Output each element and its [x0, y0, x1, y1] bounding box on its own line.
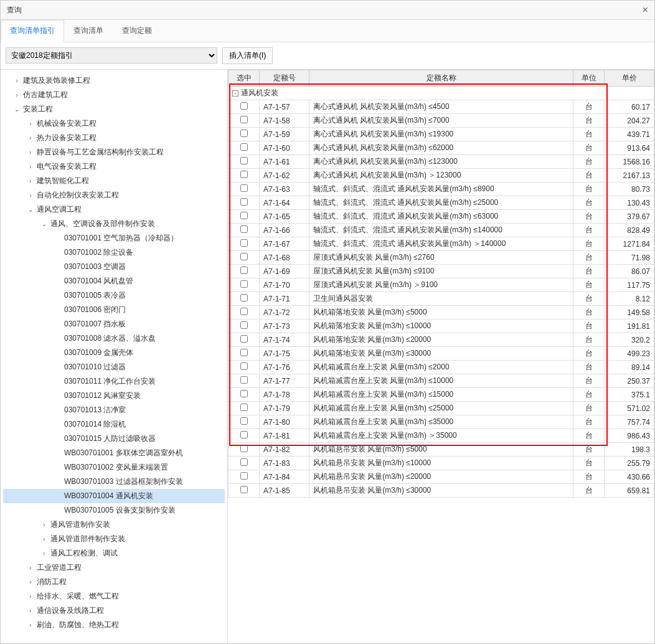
- chevron-right-icon[interactable]: ›: [27, 622, 34, 628]
- table-row[interactable]: A7-1-60离心式通风机 风机安装风量(m3/h) ≤62000台913.64: [229, 141, 654, 155]
- tree-item[interactable]: ⌄安装工程: [3, 102, 225, 116]
- chevron-right-icon[interactable]: ›: [40, 550, 48, 557]
- chevron-right-icon[interactable]: ›: [27, 135, 34, 141]
- tree-item[interactable]: 030701004 风机盘管: [3, 274, 225, 288]
- tab-0[interactable]: 查询清单指引: [1, 20, 64, 42]
- row-checkbox[interactable]: [240, 335, 248, 343]
- chevron-right-icon[interactable]: ›: [27, 178, 34, 184]
- tree-item[interactable]: 030701002 除尘设备: [3, 245, 225, 260]
- table-row[interactable]: A7-1-61离心式通风机 风机安装风量(m3/h) ≤123000台1568.…: [229, 155, 654, 169]
- row-checkbox[interactable]: [240, 239, 248, 247]
- table-row[interactable]: A7-1-70屋顶式通风机安装 风量(m3/h) ＞9100台117.75: [229, 278, 654, 292]
- table-group-row[interactable]: -通风机安装: [229, 87, 654, 100]
- table-row[interactable]: A7-1-73风机箱落地安装 风量(m3/h) ≤10000台191.81: [229, 320, 654, 333]
- table-row[interactable]: A7-1-77风机箱减震台座上安装 风量(m3/h) ≤10000台250.37: [229, 374, 654, 388]
- table-row[interactable]: A7-1-80风机箱减震台座上安装 风量(m3/h) ≤35000台757.74: [229, 415, 654, 429]
- row-checkbox[interactable]: [240, 417, 248, 425]
- chevron-down-icon[interactable]: ⌄: [40, 220, 48, 227]
- table-row[interactable]: A7-1-83风机箱悬吊安装 风量(m3/h) ≤10000台255.79: [229, 457, 654, 470]
- row-checkbox[interactable]: [240, 102, 248, 110]
- tree-item[interactable]: ›给排水、采暖、燃气工程: [3, 589, 225, 604]
- table-row[interactable]: A7-1-67轴流式、斜流式、混流式 通风机安装风量(m3/h) ＞140000…: [229, 237, 654, 251]
- tab-1[interactable]: 查询清单: [64, 20, 113, 42]
- row-checkbox[interactable]: [240, 362, 248, 370]
- row-checkbox[interactable]: [240, 184, 248, 192]
- insert-list-button[interactable]: 插入清单(I): [222, 47, 273, 64]
- table-row[interactable]: A7-1-75风机箱落地安装 风量(m3/h) ≤30000台499.23: [229, 347, 654, 361]
- tree-item[interactable]: ›通信设备及线路工程: [3, 604, 225, 618]
- tree-item[interactable]: WB030701001 多联体空调器室外机: [3, 446, 225, 460]
- tree-item[interactable]: ›仿古建筑工程: [3, 88, 225, 102]
- chevron-down-icon[interactable]: ⌄: [27, 206, 34, 213]
- row-checkbox[interactable]: [240, 472, 248, 480]
- table-row[interactable]: A7-1-79风机箱减震台座上安装 风量(m3/h) ≤25000台571.02: [229, 402, 654, 415]
- tree-item[interactable]: ›机械设备安装工程: [3, 116, 225, 131]
- tree-item[interactable]: ›工业管道工程: [3, 561, 225, 575]
- table-row[interactable]: A7-1-72风机箱落地安装 风量(m3/h) ≤5000台149.58: [229, 306, 654, 320]
- table-row[interactable]: A7-1-64轴流式、斜流式、混流式 通风机安装风量(m3/h) ≤25000台…: [229, 196, 654, 210]
- table-row[interactable]: A7-1-69屋顶式通风机安装 风量(m3/h) ≤9100台86.07: [229, 265, 654, 278]
- row-checkbox[interactable]: [240, 212, 248, 219]
- tree-item[interactable]: ⌄通风、空调设备及部件制作安装: [3, 217, 225, 231]
- chevron-right-icon[interactable]: ›: [27, 120, 34, 127]
- tree-item[interactable]: ›热力设备安装工程: [3, 131, 225, 145]
- tree-item[interactable]: 030701013 洁净室: [3, 403, 225, 417]
- table-row[interactable]: A7-1-59离心式通风机 风机安装风量(m3/h) ≤19300台439.71: [229, 128, 654, 141]
- row-checkbox[interactable]: [240, 280, 248, 288]
- chevron-right-icon[interactable]: ›: [13, 92, 21, 98]
- chevron-right-icon[interactable]: ›: [27, 192, 34, 199]
- tree-item[interactable]: WB030701002 变风量末端装置: [3, 460, 225, 475]
- tree-item[interactable]: 030701003 空调器: [3, 260, 225, 274]
- tree-item[interactable]: 030701007 挡水板: [3, 317, 225, 331]
- tree-item[interactable]: ›自动化控制仪表安装工程: [3, 188, 225, 202]
- row-checkbox[interactable]: [240, 225, 248, 233]
- tree-item[interactable]: 030701015 人防过滤吸收器: [3, 432, 225, 446]
- table-row[interactable]: A7-1-63轴流式、斜流式、混流式 通风机安装风量(m3/h) ≤8900台8…: [229, 182, 654, 196]
- close-icon[interactable]: ×: [643, 4, 648, 16]
- row-checkbox[interactable]: [240, 390, 248, 397]
- tree-item[interactable]: 030701009 金属壳体: [3, 346, 225, 360]
- row-checkbox[interactable]: [240, 321, 248, 329]
- tree-item[interactable]: 030701008 滤水器、溢水盘: [3, 331, 225, 346]
- tree-item[interactable]: 030701001 空气加热器（冷却器）: [3, 231, 225, 245]
- row-checkbox[interactable]: [240, 404, 248, 411]
- tree-item[interactable]: 030701006 密闭门: [3, 303, 225, 317]
- table-row[interactable]: A7-1-57离心式通风机 风机安装风量(m3/h) ≤4500台60.17: [229, 100, 654, 114]
- table-row[interactable]: A7-1-81风机箱减震台座上安装 风量(m3/h) ＞35000台986.43: [229, 429, 654, 443]
- chevron-down-icon[interactable]: ⌄: [13, 106, 21, 113]
- tree-item[interactable]: WB030701004 通风机安装: [3, 489, 225, 503]
- chevron-right-icon[interactable]: ›: [40, 521, 48, 528]
- chevron-right-icon[interactable]: ›: [27, 579, 34, 585]
- table-row[interactable]: A7-1-82风机箱悬吊安装 风量(m3/h) ≤5000台198.3: [229, 443, 654, 457]
- table-row[interactable]: A7-1-68屋顶式通风机安装 风量(m3/h) ≤2760台71.98: [229, 251, 654, 265]
- table-row[interactable]: A7-1-74风机箱落地安装 风量(m3/h) ≤20000台320.2: [229, 333, 654, 347]
- tab-2[interactable]: 查询定额: [113, 20, 161, 42]
- tree-item[interactable]: 030701012 风淋室安装: [3, 389, 225, 403]
- guide-select[interactable]: 安徽2018定额指引: [6, 47, 217, 64]
- row-checkbox[interactable]: [240, 486, 248, 493]
- chevron-right-icon[interactable]: ›: [27, 593, 34, 600]
- row-checkbox[interactable]: [240, 267, 248, 274]
- tree-item[interactable]: ›通风管道部件制作安装: [3, 532, 225, 546]
- tree-item[interactable]: ›刷油、防腐蚀、绝热工程: [3, 618, 225, 632]
- tree-item[interactable]: ›静置设备与工艺金属结构制作安装工程: [3, 145, 225, 159]
- row-checkbox[interactable]: [240, 157, 248, 164]
- table-row[interactable]: A7-1-78风机箱减震台座上安装 风量(m3/h) ≤15000台375.1: [229, 388, 654, 402]
- row-checkbox[interactable]: [240, 130, 248, 137]
- tree-item[interactable]: 030701014 除湿机: [3, 417, 225, 432]
- table-row[interactable]: A7-1-62离心式通风机 风机安装风量(m3/h) ＞123000台2167.…: [229, 169, 654, 182]
- tree-item[interactable]: ›电气设备安装工程: [3, 159, 225, 174]
- row-checkbox[interactable]: [240, 294, 248, 301]
- tree-item[interactable]: ⌄通风空调工程: [3, 202, 225, 217]
- guide-dropdown[interactable]: 安徽2018定额指引: [6, 47, 217, 64]
- tree-item[interactable]: 030701005 表冷器: [3, 288, 225, 303]
- table-row[interactable]: A7-1-58离心式通风机 风机安装风量(m3/h) ≤7000台204.27: [229, 114, 654, 128]
- row-checkbox[interactable]: [240, 376, 248, 384]
- tree-item[interactable]: ›通风工程检测、调试: [3, 546, 225, 561]
- tree-item[interactable]: ›建筑智能化工程: [3, 174, 225, 188]
- row-checkbox[interactable]: [240, 198, 248, 206]
- chevron-right-icon[interactable]: ›: [13, 77, 21, 84]
- row-checkbox[interactable]: [240, 349, 248, 356]
- table-row[interactable]: A7-1-65轴流式、斜流式、混流式 通风机安装风量(m3/h) ≤63000台…: [229, 210, 654, 224]
- tree-panel[interactable]: ›建筑及装饰装修工程›仿古建筑工程⌄安装工程›机械设备安装工程›热力设备安装工程…: [1, 70, 228, 643]
